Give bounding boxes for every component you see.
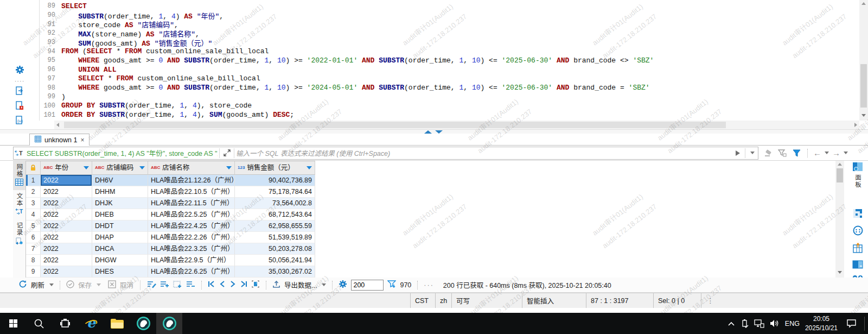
language-indicator[interactable]: ENG <box>785 320 800 327</box>
cell[interactable]: 2022 <box>41 232 92 243</box>
statusbar-insert-mode[interactable]: 智能插入 <box>522 293 586 308</box>
record-mode-icon[interactable] <box>853 225 863 237</box>
last-row-icon[interactable] <box>240 280 247 289</box>
nav-back-dropdown-icon[interactable] <box>825 152 829 154</box>
edit-cell-icon[interactable] <box>147 280 156 290</box>
volume-icon[interactable] <box>770 319 780 327</box>
filter-input-box[interactable]: T SELECT SUBSTR(order_time, 1, 4) AS "年份… <box>13 147 758 160</box>
column-filter-icon[interactable] <box>139 166 145 169</box>
sql-code[interactable]: 89SELECT90 SUBSTR(order_time, 1, 4) AS "… <box>40 2 858 119</box>
dbeaver-active-button[interactable] <box>156 313 182 334</box>
row-number[interactable]: 8 <box>26 255 41 266</box>
column-header-2[interactable]: ABC店铺编码 <box>92 161 148 175</box>
cell[interactable]: 2022 <box>41 220 92 232</box>
script-export-icon[interactable] <box>15 86 24 97</box>
cell[interactable]: 35,030,267.02 <box>235 266 315 278</box>
add-row-icon[interactable] <box>160 280 169 290</box>
cell[interactable]: HLA唯品会22.2.26（广州） <box>148 232 235 243</box>
nav-forward-icon[interactable]: → <box>832 149 840 157</box>
code-line[interactable]: 90 SUBSTR(order_time, 1, 4) AS "年份", <box>40 11 858 20</box>
view-tab-文本[interactable]: 文本T <box>13 190 25 219</box>
grid-vertical-scrollbar[interactable] <box>835 161 844 278</box>
statusbar-overflow-icon[interactable]: ⋮ <box>701 293 719 308</box>
fetch-page-icon[interactable] <box>251 280 260 290</box>
calc-panel-icon[interactable] <box>853 243 863 255</box>
panel-layout-icon[interactable] <box>852 260 863 270</box>
fetch-all-icon[interactable] <box>387 280 396 290</box>
row-number[interactable]: 5 <box>26 220 41 232</box>
cell[interactable]: 2022 <box>41 175 92 186</box>
script-variables-icon[interactable]: (ω) <box>15 116 24 127</box>
column-header-3[interactable]: ABC店铺名称 <box>148 161 235 175</box>
usb-device-icon[interactable] <box>741 319 749 328</box>
scroll-left-icon[interactable] <box>56 123 59 127</box>
filter-apply-icon[interactable] <box>791 148 802 159</box>
code-line[interactable]: 98 WHERE goods_amt >= 0 AND SUBSTR(order… <box>40 83 858 92</box>
more-dots-icon[interactable]: ···· <box>15 80 25 83</box>
row-number[interactable]: 1 <box>26 175 41 186</box>
fetch-settings-gear-icon[interactable] <box>339 280 347 290</box>
column-filter-icon[interactable] <box>84 166 89 169</box>
cell[interactable]: 2022 <box>41 198 92 209</box>
row-number[interactable]: 4 <box>26 209 41 220</box>
export-data-button[interactable]: 导出数据... <box>284 280 317 290</box>
cell[interactable]: 68,712,543.64 <box>235 209 315 220</box>
toolbar-overflow-icon[interactable]: ··· <box>424 281 434 289</box>
cell[interactable]: HLA唯品会22.4.25（广州） <box>148 220 235 232</box>
start-button[interactable] <box>0 313 26 334</box>
code-line[interactable]: 93 SUM(goods_amt) AS "销售金额（元）" <box>40 38 858 47</box>
code-line[interactable]: 100GROUP BY SUBSTR(order_time, 1, 4), st… <box>40 102 858 111</box>
internet-explorer-button[interactable]: e <box>78 313 104 334</box>
cell[interactable]: HLA唯品会22.5.25（广州） <box>148 209 235 220</box>
clock[interactable]: 20:05 2025/10/21 <box>805 314 838 332</box>
nav-forward-dropdown-icon[interactable] <box>844 152 848 154</box>
cell[interactable]: HLA唯品会22.6.25（广州） <box>148 266 235 278</box>
cell[interactable]: DHDT <box>92 220 148 232</box>
code-line[interactable]: 94FROM (SELECT * FROM custom_online_sale… <box>40 47 858 56</box>
column-filter-icon[interactable] <box>307 166 312 169</box>
export-icon[interactable] <box>272 280 280 290</box>
dbeaver-button[interactable] <box>130 313 156 334</box>
settings-gear-icon[interactable] <box>15 65 24 76</box>
prev-row-icon[interactable] <box>219 280 226 289</box>
statusbar-timezone[interactable]: CST <box>410 293 435 308</box>
cell[interactable]: HLA唯品会22.11.5（广州） <box>148 198 235 209</box>
code-line[interactable]: 101ORDER BY SUBSTR(order_time, 1, 4), SU… <box>40 110 858 119</box>
code-line[interactable]: 92 MAX(store_name) AS "店铺名称", <box>40 29 858 38</box>
cell[interactable]: DHCA <box>92 243 148 255</box>
cell[interactable]: 90,402,736.89 <box>235 175 315 186</box>
cell[interactable]: DHEB <box>92 209 148 220</box>
statusbar-language[interactable]: zh <box>435 293 451 308</box>
cell[interactable]: DH6V <box>92 175 148 186</box>
result-tab-unknown-1[interactable]: unknown 1 × <box>29 134 90 146</box>
panel-gear-icon[interactable] <box>852 162 863 173</box>
cell[interactable]: 2022 <box>41 255 92 266</box>
cell[interactable]: 2022 <box>41 186 92 198</box>
code-line[interactable]: 95 WHERE goods_amt >= 0 AND SUBSTR(order… <box>40 56 858 65</box>
row-number[interactable]: 6 <box>26 232 41 243</box>
cell[interactable]: DHAP <box>92 232 148 243</box>
cell[interactable]: 62,958,655.59 <box>235 220 315 232</box>
row-number[interactable]: 2 <box>26 186 41 198</box>
next-row-icon[interactable] <box>229 280 236 289</box>
file-explorer-button[interactable] <box>104 313 130 334</box>
network-icon[interactable] <box>754 319 764 328</box>
tray-expand-chevron-icon[interactable] <box>727 321 735 326</box>
cell[interactable]: 73,564,002.8 <box>235 198 315 209</box>
first-row-icon[interactable] <box>208 280 215 289</box>
editor-horizontal-scrollbar[interactable] <box>54 121 859 129</box>
statusbar-caret-position[interactable]: 87 : 1 : 3197 <box>586 293 653 308</box>
editor-vertical-scrollbar[interactable] <box>859 0 868 121</box>
view-tab-记录[interactable]: 记录 <box>13 219 25 249</box>
scroll-right-icon[interactable] <box>854 123 857 127</box>
script-alert-icon[interactable] <box>15 101 24 112</box>
expand-filter-icon[interactable] <box>221 148 232 159</box>
cell[interactable]: DHJK <box>92 198 148 209</box>
apply-filter-play-icon[interactable] <box>732 148 743 159</box>
view-tab-网格[interactable]: 网格 <box>13 161 25 190</box>
code-line[interactable]: 99) <box>40 92 858 102</box>
filter-settings-icon[interactable] <box>777 148 788 159</box>
cell[interactable]: 51,539,519.89 <box>235 232 315 243</box>
refresh-dropdown-icon[interactable] <box>49 283 54 286</box>
code-line[interactable]: 97 SELECT * FROM custom_online_sale_bill… <box>40 74 858 84</box>
